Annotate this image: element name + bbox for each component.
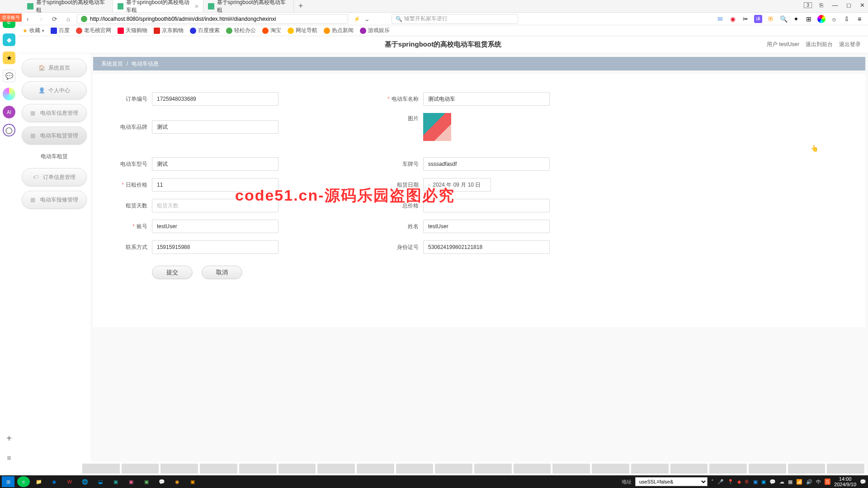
scissors-icon[interactable]: ✂ <box>741 15 750 23</box>
taskbar-sublime[interactable]: ▣ <box>186 476 199 487</box>
user-label[interactable]: 用户 testUser <box>767 41 799 48</box>
back-button[interactable]: ‹ <box>23 14 33 24</box>
favorites-button[interactable]: ★收藏▾ <box>23 27 44 34</box>
status-select[interactable]: useSSL=false& <box>635 477 708 486</box>
input-daily-price[interactable] <box>152 178 278 192</box>
thumb-item[interactable] <box>160 464 198 474</box>
thumb-item[interactable] <box>200 464 237 474</box>
download-icon[interactable]: ⇩ <box>843 15 851 23</box>
home-button[interactable]: ⌂ <box>63 14 73 24</box>
input-id-card[interactable] <box>423 240 550 254</box>
taskbar-idea[interactable]: ▣ <box>125 476 137 487</box>
rail-chat-icon[interactable]: 💬 <box>3 70 15 82</box>
input-bike-brand[interactable] <box>152 120 278 134</box>
tray-net-icon[interactable]: ◆ <box>737 479 741 485</box>
search-ext-icon[interactable]: 🔍 <box>779 15 788 23</box>
rail-circle-icon[interactable]: ◯ <box>3 124 15 136</box>
tray-app2-icon[interactable]: ▣ <box>761 479 766 485</box>
url-input[interactable]: http://localhost:8080/springboothb0fi/ad… <box>77 14 348 24</box>
rail-list-button[interactable]: ≡ <box>3 452 15 465</box>
rail-add-button[interactable]: + <box>3 432 15 445</box>
weibo-icon[interactable]: ◉ <box>729 15 737 23</box>
login-badge[interactable]: 登录账号 <box>0 14 22 22</box>
new-tab-button[interactable]: + <box>294 1 308 11</box>
thumb-item[interactable] <box>435 464 472 474</box>
browser-tab-1[interactable]: 基于springboot的高校电动车租 <box>23 0 113 12</box>
rail-ai2-icon[interactable]: AI <box>3 106 15 118</box>
bookmark-nav[interactable]: 网址导航 <box>288 27 317 34</box>
puzzle-icon[interactable]: ✦ <box>792 15 800 23</box>
sidebar-repair-mgmt[interactable]: ▦ 电动车报修管理 <box>22 191 87 209</box>
breadcrumb-home[interactable]: 系统首页 <box>101 60 123 68</box>
image-thumbnail[interactable] <box>423 113 451 141</box>
sidebar-personal[interactable]: 👤 个人中心 <box>22 81 87 99</box>
bookmark-baidu[interactable]: 百度 <box>51 27 70 34</box>
browser-search-input[interactable]: 🔍 辅警开私家车逆行 <box>392 14 518 24</box>
rail-ai-icon[interactable] <box>3 88 15 100</box>
tray-sogou-icon[interactable]: S <box>825 479 830 485</box>
input-total-price[interactable] <box>423 199 550 212</box>
tray-notifications-icon[interactable]: 💬 <box>860 479 866 485</box>
sidebar-bike-rent[interactable]: ▦ 电动车租赁管理 <box>22 127 87 145</box>
forward-button[interactable]: › <box>36 14 46 24</box>
taskbar-vscode[interactable]: ⬓ <box>94 476 107 487</box>
maximize-button[interactable]: ◻ <box>844 2 853 9</box>
bookmark-baidu-search[interactable]: 百度搜索 <box>190 27 220 34</box>
minimize-button[interactable]: — <box>831 2 839 9</box>
thumb-item[interactable] <box>788 464 826 474</box>
thumb-item[interactable] <box>317 464 355 474</box>
rail-app1-icon[interactable]: ◆ <box>3 33 15 46</box>
start-button[interactable]: ⊞ <box>2 476 14 487</box>
input-bike-model[interactable] <box>152 157 278 171</box>
input-account[interactable] <box>152 220 278 233</box>
sidebar-bike-rent-sub[interactable]: 电动车租赁 <box>22 149 87 164</box>
thumb-item[interactable] <box>239 464 277 474</box>
tray-app-icon[interactable]: ▣ <box>753 479 758 485</box>
thumb-item[interactable] <box>474 464 512 474</box>
logout-link[interactable]: 退出登录 <box>839 41 861 48</box>
browser-tab-2[interactable]: 基于springboot的高校电动车租 × <box>113 0 203 12</box>
bookmark-laomaotao[interactable]: 老毛桃官网 <box>76 27 111 34</box>
thumb-item[interactable] <box>122 464 159 474</box>
taskbar-wechat[interactable]: 💬 <box>156 476 168 487</box>
input-bike-name[interactable] <box>423 92 550 106</box>
gift-icon[interactable]: ⎘ <box>817 2 826 9</box>
taskbar-app3[interactable]: ◉ <box>171 476 184 487</box>
thumb-item[interactable] <box>827 464 864 474</box>
taskbar-app1[interactable]: ▣ <box>109 476 122 487</box>
dropdown-icon[interactable]: ⌄ <box>364 14 370 23</box>
close-tab-icon[interactable]: × <box>195 3 198 10</box>
tray-wechat-icon[interactable]: 💬 <box>769 479 776 485</box>
translate-ext-icon[interactable]: 译 <box>754 15 762 23</box>
tray-mic-icon[interactable]: 🎤 <box>717 479 724 485</box>
apps-icon[interactable]: ⊞ <box>805 15 813 23</box>
close-window-button[interactable]: ✕ <box>858 2 866 9</box>
tray-ime-icon[interactable]: 中 <box>816 479 821 485</box>
taskbar-wps[interactable]: W <box>63 476 76 487</box>
reload-button[interactable]: ⟳ <box>50 14 60 24</box>
bookmark-games[interactable]: 游戏娱乐 <box>360 27 390 34</box>
taskbar-app2[interactable]: ▣ <box>140 476 153 487</box>
input-rent-days[interactable] <box>152 199 278 212</box>
taskbar-browser[interactable]: e <box>17 476 30 487</box>
input-name[interactable] <box>423 220 550 233</box>
taskbar-clock[interactable]: 14:00 2024/9/10 <box>834 476 856 487</box>
sidebar-home[interactable]: 🏠 系统首页 <box>22 59 87 77</box>
thumb-item[interactable] <box>82 464 120 474</box>
bookmark-taobao[interactable]: 淘宝 <box>262 27 281 34</box>
sidebar-order-mgmt[interactable]: 🏷 订单信息管理 <box>22 168 87 186</box>
thumb-item[interactable] <box>709 464 747 474</box>
menu-icon[interactable]: ≡ <box>855 15 863 23</box>
taskbar-edge[interactable]: ◉ <box>48 476 61 487</box>
bookmark-tmall[interactable]: 天猫购物 <box>118 27 147 34</box>
tray-shield-icon[interactable]: ⛨ <box>745 479 750 484</box>
translate-icon[interactable]: ⚡ <box>354 16 360 22</box>
shield-icon[interactable]: ⛨ <box>767 15 775 23</box>
thumb-item[interactable] <box>631 464 669 474</box>
input-plate-no[interactable] <box>423 157 550 171</box>
tray-usb-icon[interactable]: 📍 <box>727 479 734 485</box>
thumb-item[interactable] <box>552 464 590 474</box>
input-phone[interactable] <box>152 240 278 254</box>
thumb-item[interactable] <box>396 464 434 474</box>
tray-app3-icon[interactable]: ▦ <box>788 479 793 485</box>
